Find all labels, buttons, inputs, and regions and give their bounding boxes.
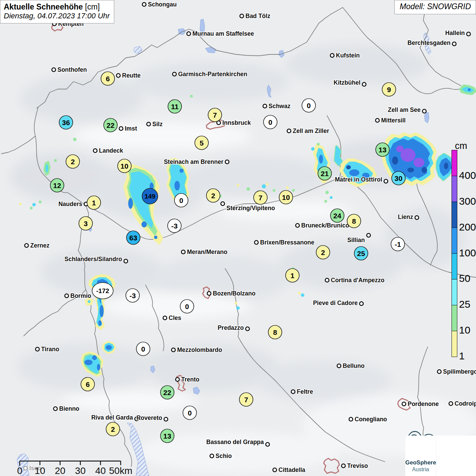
- station-value: -1: [395, 240, 401, 248]
- city-label: Cles: [169, 314, 181, 321]
- scale-bar-label: 40: [95, 465, 106, 476]
- city-label: Tirano: [41, 346, 59, 353]
- city: Schlanders/Silandro: [65, 256, 128, 263]
- station-badge: 0: [302, 99, 316, 112]
- city-marker: [176, 378, 180, 381]
- city-label: Zell am Ziller: [293, 128, 329, 134]
- station-badge: 0: [174, 193, 188, 207]
- city-label: Mezzolombardo: [177, 346, 222, 353]
- station-badge: 36: [59, 116, 73, 129]
- station-value: 8: [352, 217, 356, 225]
- station-value: -3: [171, 222, 178, 230]
- city-label: Brixen/Bressanone: [260, 239, 314, 246]
- city-label: Bozen/Bolzano: [213, 290, 255, 297]
- station-badge: 6: [101, 72, 115, 85]
- station-badge: 7: [208, 108, 222, 122]
- city: Riva del Garda: [91, 414, 138, 421]
- station-value: 12: [53, 182, 61, 189]
- city-label: Bruneck/Brunico: [301, 222, 349, 229]
- city: Zell am See: [388, 106, 426, 113]
- station-value: 22: [163, 389, 171, 396]
- station-badge: 13: [376, 143, 389, 156]
- city-label: Berchtesgaden: [408, 39, 451, 46]
- city: Murnau am Staffelsee: [187, 30, 254, 37]
- city: Bruneck/Brunico: [296, 222, 350, 229]
- station-badge: 1: [87, 196, 101, 209]
- station-badge: 2: [316, 245, 330, 259]
- city-label: Kitzbühel: [334, 79, 360, 86]
- city: Pieve di Cadore: [313, 300, 363, 306]
- city-label: Cittadella: [278, 466, 305, 473]
- city-marker: [415, 216, 419, 220]
- station-badge: 21: [318, 167, 332, 180]
- station-badge: 8: [347, 214, 361, 228]
- station-badge: 10: [118, 159, 131, 173]
- station-value: 30: [394, 174, 402, 182]
- station-badge: 7: [239, 393, 253, 406]
- city-label: Mittersill: [381, 117, 406, 124]
- city-marker: [263, 104, 267, 108]
- city: Cortina d'Ampezzo: [325, 277, 385, 284]
- station-badge: 22: [104, 118, 117, 132]
- city-label: Landeck: [99, 147, 123, 154]
- station-value: 21: [321, 170, 329, 177]
- city-marker: [349, 418, 353, 421]
- map-canvas: SchongauBad TölzKemptenMurnau am Staffel…: [0, 0, 476, 476]
- city-label: Trento: [181, 376, 199, 383]
- station-badge: 2: [206, 189, 220, 202]
- station-badge: 9: [382, 83, 396, 96]
- station-badge: 0: [180, 300, 194, 313]
- map-title: Aktuelle Schneehöhe [cm]: [4, 2, 110, 12]
- city-marker: [423, 109, 426, 113]
- city-marker: [384, 180, 388, 183]
- city-marker: [65, 294, 69, 298]
- station-badge: 8: [268, 325, 282, 339]
- city-label: Predazzo: [218, 324, 244, 331]
- city-label: Nauders: [58, 201, 82, 207]
- geosphere-logo-country: Austria: [405, 466, 436, 473]
- station-badge: 11: [168, 100, 182, 113]
- map-title-text: Aktuelle Schneehöhe: [4, 2, 83, 11]
- station-badge: 22: [160, 386, 174, 399]
- station-value: 2: [321, 249, 325, 256]
- city-marker: [124, 259, 128, 263]
- station-badge: 7: [254, 191, 267, 204]
- city-marker: [342, 464, 345, 468]
- station-value: 7: [213, 111, 217, 119]
- city-marker: [182, 250, 185, 254]
- city-label: Reutte: [122, 72, 141, 79]
- city-marker: [291, 390, 295, 394]
- map-subtitle: Dienstag, 04.07.2023 17:00 Uhr: [4, 12, 110, 21]
- city-marker: [207, 292, 211, 295]
- station-value: 10: [282, 193, 290, 201]
- city-label: Kufstein: [336, 52, 360, 59]
- city-label: Imst: [125, 125, 137, 132]
- city-label: Riva del Garda: [91, 414, 133, 421]
- city-label: Zell am See: [388, 106, 421, 113]
- station-badge: -1: [391, 237, 405, 251]
- city: Berchtesgaden: [408, 39, 456, 46]
- city-marker: [360, 302, 363, 306]
- city-marker: [172, 348, 175, 352]
- city-marker: [147, 122, 151, 126]
- city-label: Bormio: [70, 292, 91, 299]
- station-value: 0: [185, 303, 189, 310]
- station-badge: 24: [330, 209, 344, 222]
- city-label: Bienno: [59, 405, 79, 412]
- city-marker: [54, 407, 57, 411]
- city: Bassano del Grappa: [206, 439, 270, 446]
- station-badge: 13: [160, 429, 174, 443]
- city-marker: [255, 241, 258, 244]
- city: Bozen/Bolzano: [207, 290, 256, 297]
- city-marker: [337, 364, 341, 368]
- city-label: Silz: [152, 121, 163, 128]
- city-label: Zernez: [30, 242, 50, 249]
- city: Meran/Merano: [182, 249, 227, 255]
- city-marker: [210, 454, 214, 458]
- station-value: 25: [357, 250, 365, 257]
- city-label: Schio: [216, 453, 232, 459]
- city-label: Sillian: [347, 237, 365, 243]
- scale-bar-label: 50km: [109, 465, 132, 476]
- city: Steinach am Brenner: [164, 158, 229, 165]
- city-marker: [142, 3, 146, 6]
